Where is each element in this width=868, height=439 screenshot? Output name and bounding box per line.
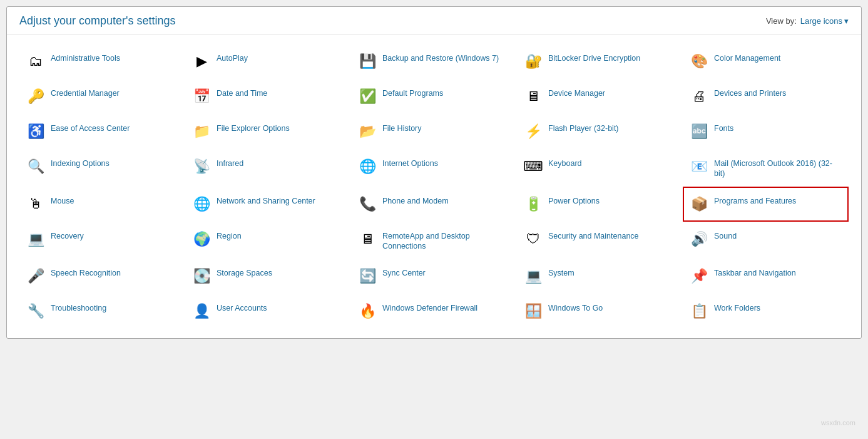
item-internet-options[interactable]: 🌐Internet Options xyxy=(351,149,517,187)
header: Adjust your computer's settings View by:… xyxy=(7,7,861,34)
item-network-sharing[interactable]: 🌐Network and Sharing Center xyxy=(185,187,351,222)
item-date-time[interactable]: 📅Date and Time xyxy=(185,79,351,114)
date-time-icon: 📅 xyxy=(191,86,212,106)
taskbar-navigation-icon: 📌 xyxy=(689,266,709,286)
keyboard-label: Keyboard xyxy=(548,157,582,168)
item-administrative-tools[interactable]: 🗂Administrative Tools xyxy=(19,44,185,79)
item-taskbar-navigation[interactable]: 📌Taskbar and Navigation xyxy=(683,259,849,294)
file-history-label: File History xyxy=(382,121,422,133)
network-sharing-label: Network and Sharing Center xyxy=(217,194,315,206)
item-fonts[interactable]: 🔤Fonts xyxy=(683,114,849,149)
item-region[interactable]: 🌍Region xyxy=(185,222,351,259)
item-sound[interactable]: 🔊Sound xyxy=(683,222,849,259)
item-storage-spaces[interactable]: 💽Storage Spaces xyxy=(185,259,351,294)
storage-spaces-label: Storage Spaces xyxy=(217,266,272,278)
viewby-dropdown[interactable]: Large icons ▾ xyxy=(800,16,849,26)
infrared-label: Infrared xyxy=(217,157,243,168)
item-system[interactable]: 💻System xyxy=(517,259,683,294)
system-label: System xyxy=(548,266,574,278)
color-management-label: Color Management xyxy=(714,51,780,63)
security-maintenance-label: Security and Maintenance xyxy=(548,229,639,241)
power-options-label: Power Options xyxy=(548,194,600,206)
item-indexing-options[interactable]: 🔍Indexing Options xyxy=(19,149,185,187)
item-remoteapp[interactable]: 🖥RemoteApp and Desktop Connections xyxy=(351,222,517,259)
remoteapp-label: RemoteApp and Desktop Connections xyxy=(382,229,511,252)
flash-player-label: Flash Player (32-bit) xyxy=(548,121,619,133)
devices-printers-icon: 🖨 xyxy=(689,86,709,106)
user-accounts-label: User Accounts xyxy=(217,301,267,313)
internet-options-icon: 🌐 xyxy=(357,157,377,177)
item-device-manager[interactable]: 🖥Device Manager xyxy=(517,79,683,114)
programs-features-label: Programs and Features xyxy=(714,194,796,206)
item-flash-player[interactable]: ⚡Flash Player (32-bit) xyxy=(517,114,683,149)
administrative-tools-icon: 🗂 xyxy=(26,51,46,71)
item-power-options[interactable]: 🔋Power Options xyxy=(517,187,683,222)
file-explorer-options-icon: 📁 xyxy=(191,121,212,142)
administrative-tools-label: Administrative Tools xyxy=(51,51,120,63)
security-maintenance-icon: 🛡 xyxy=(523,229,543,249)
device-manager-icon: 🖥 xyxy=(523,86,543,106)
item-autoplay[interactable]: ▶AutoPlay xyxy=(185,44,351,79)
windows-to-go-label: Windows To Go xyxy=(548,301,603,313)
item-troubleshooting[interactable]: 🔧Troubleshooting xyxy=(19,294,185,329)
item-file-explorer-options[interactable]: 📁File Explorer Options xyxy=(185,114,351,149)
item-mouse[interactable]: 🖱Mouse xyxy=(19,187,185,222)
network-sharing-icon: 🌐 xyxy=(191,194,212,214)
item-bitlocker[interactable]: 🔐BitLocker Drive Encryption xyxy=(517,44,683,79)
viewby-label: View by: xyxy=(766,16,797,26)
viewby-value: Large icons xyxy=(800,16,842,26)
item-speech-recognition[interactable]: 🎤Speech Recognition xyxy=(19,259,185,294)
item-programs-features[interactable]: 📦Programs and Features xyxy=(683,187,849,222)
item-default-programs[interactable]: ✅Default Programs xyxy=(351,79,517,114)
work-folders-label: Work Folders xyxy=(714,301,760,313)
item-recovery[interactable]: 💻Recovery xyxy=(19,222,185,259)
item-windows-defender[interactable]: 🔥Windows Defender Firewall xyxy=(351,294,517,329)
date-time-label: Date and Time xyxy=(217,86,267,98)
watermark: wsxdn.com xyxy=(821,419,855,426)
windows-defender-label: Windows Defender Firewall xyxy=(382,301,477,313)
sync-center-icon: 🔄 xyxy=(357,266,377,286)
bitlocker-icon: 🔐 xyxy=(523,51,543,71)
file-explorer-options-label: File Explorer Options xyxy=(217,121,290,133)
troubleshooting-icon: 🔧 xyxy=(26,301,46,321)
backup-restore-label: Backup and Restore (Windows 7) xyxy=(382,51,499,63)
file-history-icon: 📂 xyxy=(357,121,377,142)
region-label: Region xyxy=(217,229,242,241)
indexing-options-label: Indexing Options xyxy=(51,157,110,168)
control-panel-window: Adjust your computer's settings View by:… xyxy=(6,6,862,339)
region-icon: 🌍 xyxy=(191,229,212,249)
viewby-arrow: ▾ xyxy=(844,16,849,26)
item-backup-restore[interactable]: 💾Backup and Restore (Windows 7) xyxy=(351,44,517,79)
sound-label: Sound xyxy=(714,229,737,241)
item-mail[interactable]: 📧Mail (Microsoft Outlook 2016) (32-bit) xyxy=(683,149,849,187)
item-security-maintenance[interactable]: 🛡Security and Maintenance xyxy=(517,222,683,259)
backup-restore-icon: 💾 xyxy=(357,51,377,71)
device-manager-label: Device Manager xyxy=(548,86,605,98)
item-ease-of-access[interactable]: ♿Ease of Access Center xyxy=(19,114,185,149)
items-grid: 🗂Administrative Tools▶AutoPlay💾Backup an… xyxy=(7,34,861,338)
indexing-options-icon: 🔍 xyxy=(26,157,46,177)
power-options-icon: 🔋 xyxy=(523,194,543,214)
mail-icon: 📧 xyxy=(689,157,709,177)
taskbar-navigation-label: Taskbar and Navigation xyxy=(714,266,796,278)
storage-spaces-icon: 💽 xyxy=(191,266,212,286)
item-color-management[interactable]: 🎨Color Management xyxy=(683,44,849,79)
item-devices-printers[interactable]: 🖨Devices and Printers xyxy=(683,79,849,114)
windows-defender-icon: 🔥 xyxy=(357,301,377,321)
item-infrared[interactable]: 📡Infrared xyxy=(185,149,351,187)
item-credential-manager[interactable]: 🔑Credential Manager xyxy=(19,79,185,114)
mail-label: Mail (Microsoft Outlook 2016) (32-bit) xyxy=(714,157,842,179)
item-keyboard[interactable]: ⌨Keyboard xyxy=(517,149,683,187)
item-user-accounts[interactable]: 👤User Accounts xyxy=(185,294,351,329)
programs-features-icon: 📦 xyxy=(689,194,709,214)
remoteapp-icon: 🖥 xyxy=(357,229,377,249)
default-programs-icon: ✅ xyxy=(357,86,377,106)
fonts-icon: 🔤 xyxy=(689,121,709,142)
item-work-folders[interactable]: 📋Work Folders xyxy=(683,294,849,329)
recovery-label: Recovery xyxy=(51,229,84,241)
item-sync-center[interactable]: 🔄Sync Center xyxy=(351,259,517,294)
item-windows-to-go[interactable]: 🪟Windows To Go xyxy=(517,294,683,329)
ease-of-access-label: Ease of Access Center xyxy=(51,121,130,133)
item-phone-modem[interactable]: 📞Phone and Modem xyxy=(351,187,517,222)
item-file-history[interactable]: 📂File History xyxy=(351,114,517,149)
